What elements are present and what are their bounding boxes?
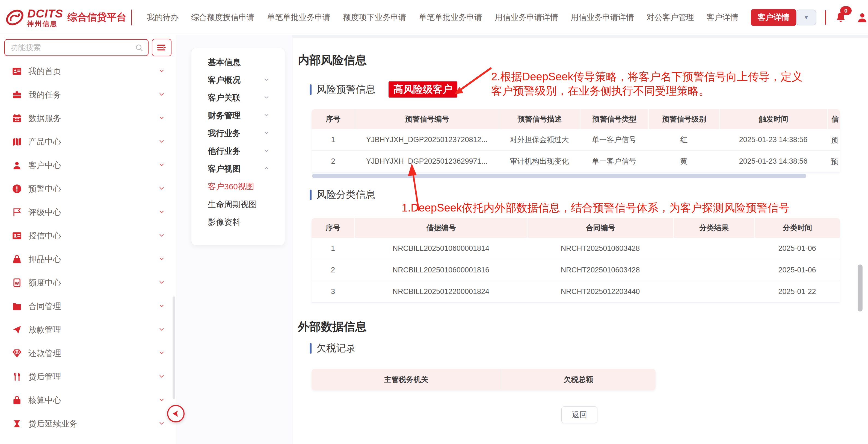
nav-tab[interactable]: 用信业务申请详情 (571, 12, 634, 23)
sidebar-item-rating-center[interactable]: 评级中心 (0, 201, 176, 224)
risk-class-table: 序号 借据编号 合同编号 分类结果 分类时间 1 NRCBILL20250106… (312, 218, 840, 302)
chevron-down-icon (158, 67, 165, 76)
nav-tab[interactable]: 客户详情 (707, 12, 738, 23)
handbag-icon (11, 254, 22, 265)
sidebar-item-label: 我的任务 (28, 89, 61, 100)
sidebar-item-label: 预警中心 (28, 183, 61, 195)
flag-icon (11, 207, 22, 218)
submenu-item-customer-relations[interactable]: 客户关联 (191, 89, 285, 107)
brand: DCITS 神州信息 综合信贷平台 (5, 8, 132, 27)
sidebar-item-contract-mgmt[interactable]: 合同管理 (0, 295, 176, 318)
submenu-item-lifecycle-view[interactable]: 生命周期视图 (191, 196, 285, 213)
chevron-down-icon (263, 129, 270, 138)
sidebar-item-customer-center[interactable]: 客户中心 (0, 153, 176, 177)
sidebar-menu: 我的首页 我的任务 数据服务 产品中心 (0, 60, 176, 436)
sidebar-item-label: 产品中心 (28, 136, 61, 148)
chevron-down-icon (158, 302, 165, 310)
calendar-icon (11, 113, 22, 124)
sidebar-item-accounting-center[interactable]: 核算中心 (0, 388, 176, 412)
brand-company: 神州信息 (27, 21, 63, 27)
main-panel: 内部风险信息 风险预警信息 高风险级客户 2.根据DeepSeek传导策略，将客… (292, 38, 868, 444)
tax-table: 主管税务机关 欠税总额 (312, 369, 656, 390)
sidebar-item-my-tasks[interactable]: 我的任务 (0, 83, 176, 107)
nav-tabs: 我的待办 综合额度授信申请 单笔单批业务申请 额度项下业务申请 单笔单批业务申请… (147, 9, 796, 26)
map-icon (11, 136, 22, 147)
sidebar-item-label: 我的首页 (28, 66, 61, 77)
submenu-item-basic-info[interactable]: 基本信息 (191, 54, 285, 71)
sidebar-item-limit-center[interactable]: W 额度中心 (0, 271, 176, 295)
nav-tab[interactable]: 对公客户管理 (647, 12, 694, 23)
hourglass-icon (11, 418, 22, 429)
submenu-item-financial-mgmt[interactable]: 财务管理 (191, 107, 285, 125)
tabs-dropdown-button[interactable]: ▼ (796, 9, 816, 25)
table-row: 2 NRCBILL2025010600001816 NRCHT202501060… (312, 259, 840, 281)
brand-name: DCITS (27, 8, 63, 20)
sidebar-item-product-center[interactable]: 产品中心 (0, 130, 176, 153)
nav-tab[interactable]: 用信业务申请详情 (495, 12, 558, 23)
folder-icon (11, 301, 22, 312)
sidebar-item-label: 数据服务 (28, 113, 61, 124)
svg-text:W: W (15, 281, 19, 286)
caret-down-icon: ▼ (803, 14, 809, 21)
sidebar-item-data-services[interactable]: 数据服务 (0, 107, 176, 130)
risk-alert-section-header: 风险预警信息 高风险级客户 (310, 82, 457, 97)
top-nav: DCITS 神州信息 综合信贷平台 我的待办 综合额度授信申请 单笔单批业务申请… (0, 0, 868, 35)
sidebar-item-disbursement-mgmt[interactable]: 放款管理 (0, 318, 176, 342)
sidebar-item-alert-center[interactable]: 预警中心 (0, 177, 176, 201)
sidebar-item-repayment-mgmt[interactable]: 还款管理 (0, 342, 176, 365)
chevron-down-icon (158, 396, 165, 405)
diamond-icon (11, 348, 22, 359)
submenu-item-our-bank-business[interactable]: 我行业务 (191, 125, 285, 142)
table-header-row: 序号 预警信号编号 预警信号描述 预警信号类型 预警信号级别 触发时间 信 (312, 109, 840, 129)
customer-submenu-card: 基本信息 客户概况 客户关联 财务管理 我行业务 他行业务 客户视图 客户360… (191, 48, 285, 245)
user-icon (11, 160, 22, 171)
sidebar-item-label: 客户中心 (28, 160, 61, 171)
submenu-item-image-materials[interactable]: 影像资料 (191, 213, 285, 231)
send-left-icon (170, 408, 181, 419)
sidebar-item-post-loan-continuation[interactable]: 贷后延续业务 (0, 412, 176, 436)
user-profile-button[interactable] (856, 11, 868, 24)
search-input[interactable] (5, 40, 148, 56)
chevron-down-icon (158, 184, 165, 193)
nav-tab[interactable]: 我的待办 (147, 12, 179, 23)
nav-tab-active[interactable]: 客户详情 (751, 9, 796, 26)
sidebar-item-label: 合同管理 (28, 301, 61, 312)
nav-tab[interactable]: 单笔单批业务申请 (267, 12, 330, 23)
sidebar-item-label: 核算中心 (28, 395, 61, 406)
submenu-item-customer-views[interactable]: 客户视图 (191, 160, 285, 178)
nav-tab[interactable]: 综合额度授信申请 (191, 12, 254, 23)
dcits-logo-icon (5, 8, 25, 27)
chevron-up-icon (263, 165, 270, 174)
chevron-down-icon (263, 76, 270, 85)
submenu-item-other-bank-business[interactable]: 他行业务 (191, 142, 285, 160)
chevron-down-icon (158, 90, 165, 99)
sidebar-item-my-home[interactable]: 我的首页 (0, 60, 176, 83)
menu-collapse-button[interactable] (152, 39, 172, 56)
paper-plane-icon (11, 324, 22, 335)
nav-tab[interactable]: 单笔单批业务申请 (419, 12, 482, 23)
annotation-note-1: 1.DeepSeek依托内外部数据信息，结合预警信号体系，为客户探测风险预警信号 (402, 201, 789, 215)
sidebar-item-collateral-center[interactable]: 押品中心 (0, 247, 176, 271)
submenu-item-customer-360-view[interactable]: 客户360视图 (191, 178, 285, 196)
chevron-down-icon (158, 231, 165, 240)
tax-section-header: 欠税记录 (310, 342, 356, 355)
document-w-icon: W (11, 277, 22, 288)
table-horizontal-scrollbar[interactable] (312, 174, 806, 178)
menu-list-icon (156, 42, 167, 53)
product-title: 综合信贷平台 (67, 11, 126, 24)
chevron-down-icon (158, 161, 165, 170)
chevron-down-icon (263, 93, 270, 103)
sidebar-item-credit-center[interactable]: 授信中心 (0, 224, 176, 247)
risk-class-title: 风险分类信息 (316, 188, 375, 201)
chevron-down-icon (158, 419, 165, 428)
submenu-item-customer-overview[interactable]: 客户概况 (191, 71, 285, 89)
back-button[interactable]: 返回 (561, 406, 597, 423)
notifications-button[interactable]: 0 (835, 11, 847, 24)
collapse-fab-button[interactable] (167, 405, 185, 422)
risk-alert-title: 风险预警信息 (316, 83, 375, 96)
brand-divider (131, 9, 132, 25)
sidebar-scrollbar[interactable] (173, 296, 175, 399)
page-scrollbar[interactable] (858, 265, 863, 312)
nav-tab[interactable]: 额度项下业务申请 (343, 12, 406, 23)
sidebar-item-post-loan-mgmt[interactable]: 贷后管理 (0, 365, 176, 388)
